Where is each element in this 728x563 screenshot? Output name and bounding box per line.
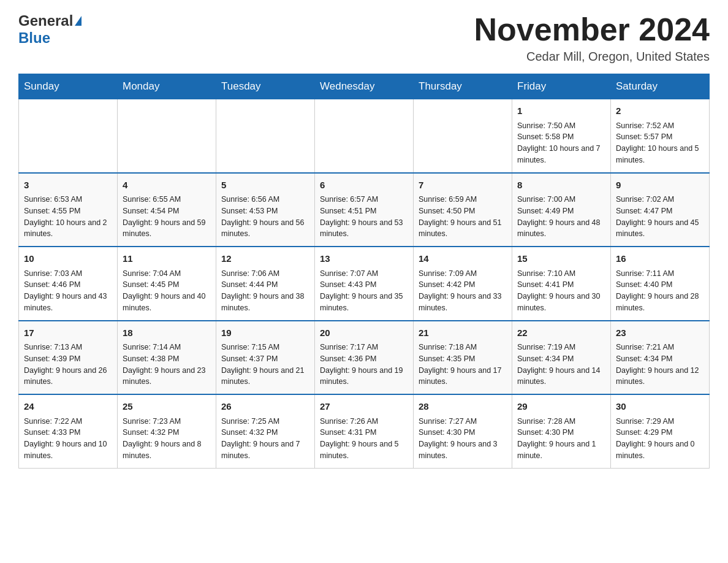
day-info: Sunrise: 7:15 AMSunset: 4:37 PMDaylight:… bbox=[221, 342, 309, 388]
day-header-tuesday: Tuesday bbox=[216, 74, 315, 99]
day-info: Sunrise: 6:56 AMSunset: 4:53 PMDaylight:… bbox=[221, 194, 309, 240]
logo: General Blue bbox=[18, 12, 82, 47]
day-info: Sunrise: 7:18 AMSunset: 4:35 PMDaylight:… bbox=[419, 342, 507, 388]
calendar-week-row: 24Sunrise: 7:22 AMSunset: 4:33 PMDayligh… bbox=[19, 394, 710, 468]
calendar-cell: 30Sunrise: 7:29 AMSunset: 4:29 PMDayligh… bbox=[611, 394, 710, 468]
day-info: Sunrise: 7:00 AMSunset: 4:49 PMDaylight:… bbox=[517, 194, 605, 240]
day-info: Sunrise: 7:26 AMSunset: 4:31 PMDaylight:… bbox=[320, 416, 408, 462]
day-number: 21 bbox=[419, 326, 507, 340]
day-info: Sunrise: 7:28 AMSunset: 4:30 PMDaylight:… bbox=[517, 416, 605, 462]
calendar-cell bbox=[19, 99, 118, 173]
page-header: General Blue November 2024 Cedar Mill, O… bbox=[18, 12, 710, 64]
day-info: Sunrise: 6:55 AMSunset: 4:54 PMDaylight:… bbox=[123, 194, 211, 240]
calendar-cell: 6Sunrise: 6:57 AMSunset: 4:51 PMDaylight… bbox=[315, 173, 414, 247]
day-info: Sunrise: 7:25 AMSunset: 4:32 PMDaylight:… bbox=[221, 416, 309, 462]
calendar-cell: 19Sunrise: 7:15 AMSunset: 4:37 PMDayligh… bbox=[216, 321, 315, 395]
calendar-cell: 14Sunrise: 7:09 AMSunset: 4:42 PMDayligh… bbox=[414, 247, 512, 321]
day-header-monday: Monday bbox=[118, 74, 216, 99]
day-info: Sunrise: 7:13 AMSunset: 4:39 PMDaylight:… bbox=[24, 342, 112, 388]
calendar-cell bbox=[315, 99, 414, 173]
day-info: Sunrise: 6:53 AMSunset: 4:55 PMDaylight:… bbox=[24, 194, 112, 240]
day-header-thursday: Thursday bbox=[414, 74, 512, 99]
day-info: Sunrise: 7:06 AMSunset: 4:44 PMDaylight:… bbox=[221, 268, 309, 314]
day-info: Sunrise: 7:29 AMSunset: 4:29 PMDaylight:… bbox=[616, 416, 704, 462]
calendar-cell: 25Sunrise: 7:23 AMSunset: 4:32 PMDayligh… bbox=[118, 394, 216, 468]
day-info: Sunrise: 7:19 AMSunset: 4:34 PMDaylight:… bbox=[517, 342, 605, 388]
day-info: Sunrise: 7:17 AMSunset: 4:36 PMDaylight:… bbox=[320, 342, 408, 388]
calendar-header-row: SundayMondayTuesdayWednesdayThursdayFrid… bbox=[19, 74, 710, 99]
day-info: Sunrise: 7:50 AMSunset: 5:58 PMDaylight:… bbox=[517, 120, 605, 166]
calendar-cell: 24Sunrise: 7:22 AMSunset: 4:33 PMDayligh… bbox=[19, 394, 118, 468]
logo-general-text: General bbox=[18, 12, 73, 29]
day-number: 25 bbox=[123, 400, 211, 414]
calendar-cell: 13Sunrise: 7:07 AMSunset: 4:43 PMDayligh… bbox=[315, 247, 414, 321]
logo-blue-text: Blue bbox=[18, 29, 50, 46]
calendar-cell: 27Sunrise: 7:26 AMSunset: 4:31 PMDayligh… bbox=[315, 394, 414, 468]
logo-triangle-icon bbox=[75, 16, 82, 26]
calendar-week-row: 1Sunrise: 7:50 AMSunset: 5:58 PMDaylight… bbox=[19, 99, 710, 173]
day-number: 5 bbox=[221, 178, 309, 193]
calendar-cell: 23Sunrise: 7:21 AMSunset: 4:34 PMDayligh… bbox=[611, 321, 710, 395]
day-info: Sunrise: 7:02 AMSunset: 4:47 PMDaylight:… bbox=[616, 194, 704, 240]
calendar-week-row: 17Sunrise: 7:13 AMSunset: 4:39 PMDayligh… bbox=[19, 321, 710, 395]
day-number: 17 bbox=[24, 326, 112, 340]
day-number: 30 bbox=[616, 400, 704, 414]
day-number: 1 bbox=[517, 104, 605, 118]
day-info: Sunrise: 7:09 AMSunset: 4:42 PMDaylight:… bbox=[419, 268, 507, 314]
day-number: 23 bbox=[616, 326, 704, 340]
day-header-saturday: Saturday bbox=[611, 74, 710, 99]
day-number: 27 bbox=[320, 400, 408, 414]
day-number: 15 bbox=[517, 252, 605, 266]
calendar-table: SundayMondayTuesdayWednesdayThursdayFrid… bbox=[18, 74, 710, 469]
day-info: Sunrise: 6:59 AMSunset: 4:50 PMDaylight:… bbox=[419, 194, 507, 240]
calendar-cell bbox=[414, 99, 512, 173]
calendar-cell: 28Sunrise: 7:27 AMSunset: 4:30 PMDayligh… bbox=[414, 394, 512, 468]
calendar-cell bbox=[216, 99, 315, 173]
day-number: 7 bbox=[419, 178, 507, 193]
calendar-cell: 9Sunrise: 7:02 AMSunset: 4:47 PMDaylight… bbox=[611, 173, 710, 247]
day-number: 4 bbox=[123, 178, 211, 193]
calendar-cell: 20Sunrise: 7:17 AMSunset: 4:36 PMDayligh… bbox=[315, 321, 414, 395]
calendar-cell: 18Sunrise: 7:14 AMSunset: 4:38 PMDayligh… bbox=[118, 321, 216, 395]
calendar-cell: 5Sunrise: 6:56 AMSunset: 4:53 PMDaylight… bbox=[216, 173, 315, 247]
day-number: 29 bbox=[517, 400, 605, 414]
calendar-cell: 2Sunrise: 7:52 AMSunset: 5:57 PMDaylight… bbox=[611, 99, 710, 173]
calendar-cell: 7Sunrise: 6:59 AMSunset: 4:50 PMDaylight… bbox=[414, 173, 512, 247]
day-number: 19 bbox=[221, 326, 309, 340]
day-number: 11 bbox=[123, 252, 211, 266]
calendar-week-row: 3Sunrise: 6:53 AMSunset: 4:55 PMDaylight… bbox=[19, 173, 710, 247]
day-number: 14 bbox=[419, 252, 507, 266]
day-info: Sunrise: 7:21 AMSunset: 4:34 PMDaylight:… bbox=[616, 342, 704, 388]
calendar-subtitle: Cedar Mill, Oregon, United States bbox=[474, 50, 710, 64]
day-number: 6 bbox=[320, 178, 408, 193]
day-info: Sunrise: 6:57 AMSunset: 4:51 PMDaylight:… bbox=[320, 194, 408, 240]
day-header-wednesday: Wednesday bbox=[315, 74, 414, 99]
day-header-friday: Friday bbox=[512, 74, 611, 99]
calendar-cell: 16Sunrise: 7:11 AMSunset: 4:40 PMDayligh… bbox=[611, 247, 710, 321]
day-number: 20 bbox=[320, 326, 408, 340]
calendar-cell: 4Sunrise: 6:55 AMSunset: 4:54 PMDaylight… bbox=[118, 173, 216, 247]
day-number: 24 bbox=[24, 400, 112, 414]
day-number: 22 bbox=[517, 326, 605, 340]
calendar-cell: 8Sunrise: 7:00 AMSunset: 4:49 PMDaylight… bbox=[512, 173, 611, 247]
calendar-cell: 12Sunrise: 7:06 AMSunset: 4:44 PMDayligh… bbox=[216, 247, 315, 321]
day-number: 10 bbox=[24, 252, 112, 266]
calendar-cell: 22Sunrise: 7:19 AMSunset: 4:34 PMDayligh… bbox=[512, 321, 611, 395]
day-info: Sunrise: 7:10 AMSunset: 4:41 PMDaylight:… bbox=[517, 268, 605, 314]
day-number: 16 bbox=[616, 252, 704, 266]
day-info: Sunrise: 7:03 AMSunset: 4:46 PMDaylight:… bbox=[24, 268, 112, 314]
calendar-cell: 1Sunrise: 7:50 AMSunset: 5:58 PMDaylight… bbox=[512, 99, 611, 173]
calendar-cell: 15Sunrise: 7:10 AMSunset: 4:41 PMDayligh… bbox=[512, 247, 611, 321]
calendar-cell: 3Sunrise: 6:53 AMSunset: 4:55 PMDaylight… bbox=[19, 173, 118, 247]
day-info: Sunrise: 7:04 AMSunset: 4:45 PMDaylight:… bbox=[123, 268, 211, 314]
day-info: Sunrise: 7:14 AMSunset: 4:38 PMDaylight:… bbox=[123, 342, 211, 388]
day-number: 3 bbox=[24, 178, 112, 193]
title-block: November 2024 Cedar Mill, Oregon, United… bbox=[474, 12, 710, 64]
day-header-sunday: Sunday bbox=[19, 74, 118, 99]
calendar-cell: 17Sunrise: 7:13 AMSunset: 4:39 PMDayligh… bbox=[19, 321, 118, 395]
calendar-title: November 2024 bbox=[474, 12, 710, 47]
day-number: 13 bbox=[320, 252, 408, 266]
day-number: 9 bbox=[616, 178, 704, 193]
calendar-cell: 11Sunrise: 7:04 AMSunset: 4:45 PMDayligh… bbox=[118, 247, 216, 321]
calendar-cell: 10Sunrise: 7:03 AMSunset: 4:46 PMDayligh… bbox=[19, 247, 118, 321]
